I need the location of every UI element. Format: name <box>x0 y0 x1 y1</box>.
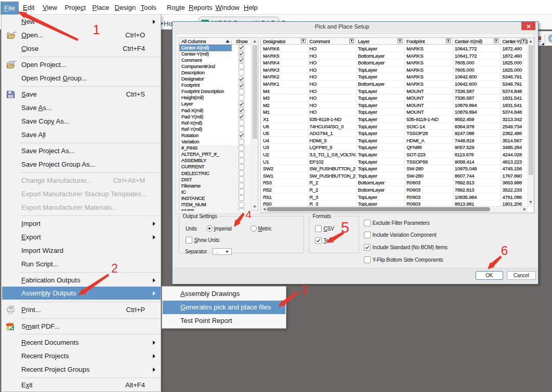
svg-text:1: 1 <box>93 22 100 37</box>
svg-text:5: 5 <box>341 219 349 236</box>
svg-text:2: 2 <box>111 262 118 275</box>
svg-text:4: 4 <box>245 209 251 220</box>
svg-text:3: 3 <box>301 283 308 296</box>
svg-text:6: 6 <box>501 244 508 258</box>
